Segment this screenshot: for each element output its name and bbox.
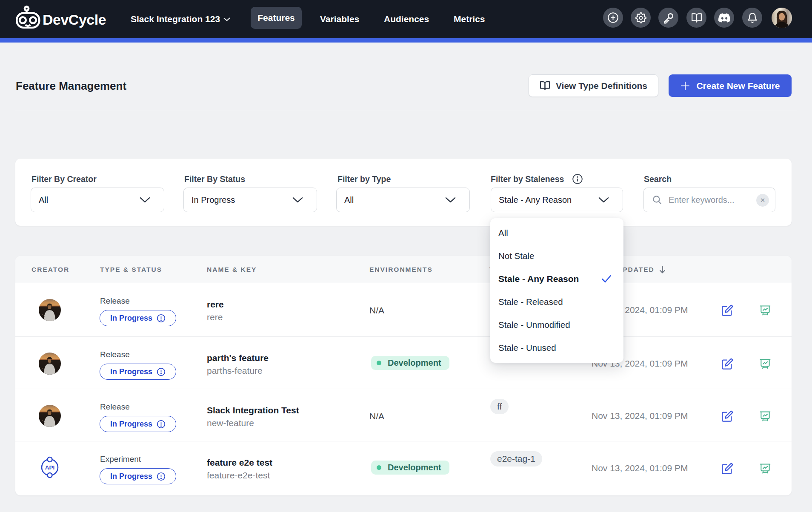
svg-text:DevCycle: DevCycle bbox=[43, 11, 106, 28]
svg-text:API: API bbox=[45, 464, 55, 471]
